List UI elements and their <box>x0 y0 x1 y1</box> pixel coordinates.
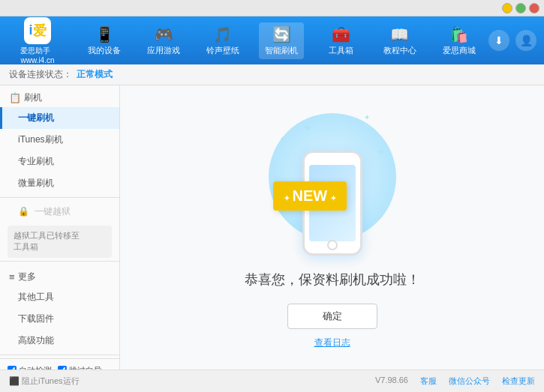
header: i爱 爱思助手 www.i4.cn 📱 我的设备 🎮 应用游戏 🎵 铃声壁纸 🔄… <box>0 16 544 64</box>
new-badge: NEW <box>273 181 347 211</box>
sidebar-divider-3 <box>0 355 119 355</box>
success-illustration: ✦ ✦ ✦ ✦ NEW <box>257 106 407 256</box>
checkbox-row: 自动检测 跳过向导 <box>8 365 112 370</box>
logo: i爱 爱思助手 www.i4.cn <box>8 17 68 64</box>
connection-status: 正常模式 <box>77 68 113 81</box>
skip-wizard-input[interactable] <box>58 366 67 370</box>
sidebar-item-pro-flash[interactable]: 专业刷机 <box>0 151 119 172</box>
nav-ringtone[interactable]: 🎵 铃声壁纸 <box>200 22 245 59</box>
flash-section-icon: 📋 <box>9 92 21 103</box>
success-message: 恭喜您，保资料刷机成功啦！ <box>245 271 420 289</box>
logo-icon: i爱 <box>24 17 51 44</box>
close-button[interactable] <box>529 3 539 13</box>
nav-tutorial[interactable]: 📖 教程中心 <box>377 22 422 59</box>
footer: ⬛ 阻止iTunes运行 V7.98.66 客服 微信公众号 检查更新 <box>0 370 544 392</box>
ringtone-icon: 🎵 <box>213 25 232 43</box>
auto-detect-checkbox[interactable]: 自动检测 <box>8 365 52 370</box>
phone-home-button <box>327 240 338 250</box>
jailbreak-note: 越狱工具已转移至工具箱 <box>8 226 112 258</box>
skip-wizard-checkbox[interactable]: 跳过向导 <box>58 365 102 370</box>
logo-text: 爱思助手 www.i4.cn <box>20 46 54 64</box>
device-icon: 📱 <box>95 25 114 43</box>
download-button[interactable]: ⬇ <box>488 30 509 51</box>
more-section-icon: ≡ <box>9 271 15 283</box>
check-update-link[interactable]: 检查更新 <box>502 376 535 387</box>
main-area: 📋 刷机 一键刷机 iTunes刷机 专业刷机 微量刷机 🔒 一键越狱 越狱工具… <box>0 85 544 370</box>
nav-toolbox[interactable]: 🧰 工具箱 <box>318 22 363 59</box>
toolbox-icon: 🧰 <box>332 25 350 43</box>
sidebar-more-title: ≡ 更多 <box>0 265 119 286</box>
nav-smart-flash[interactable]: 🔄 智能刷机 <box>259 22 304 59</box>
shop-icon: 🛍️ <box>449 25 468 43</box>
history-link[interactable]: 查看日志 <box>314 337 350 349</box>
confirm-button[interactable]: 确定 <box>287 304 377 329</box>
apps-icon: 🎮 <box>155 25 173 43</box>
user-button[interactable]: 👤 <box>515 30 536 51</box>
sparkle-2: ✦ <box>364 113 370 121</box>
content-area: ✦ ✦ ✦ ✦ NEW 恭喜您，保资料刷机成功啦！ 确定 查看日志 <box>120 85 544 370</box>
sidebar-item-jailbreak: 🔒 一键越狱 <box>0 201 119 223</box>
sidebar-divider-2 <box>0 261 119 262</box>
sparkle-1: ✦ <box>302 121 312 135</box>
download-icon: ⬇ <box>494 34 503 46</box>
stop-itunes-button[interactable]: ⬛ 阻止iTunes运行 <box>9 376 80 387</box>
nav-apps-games[interactable]: 🎮 应用游戏 <box>141 22 186 59</box>
sidebar-item-one-key-flash[interactable]: 一键刷机 <box>0 107 119 129</box>
status-bar: 设备连接状态： 正常模式 <box>0 64 544 85</box>
title-bar <box>0 0 544 16</box>
version-label: V7.98.66 <box>375 376 408 387</box>
nav-bar: 📱 我的设备 🎮 应用游戏 🎵 铃声壁纸 🔄 智能刷机 🧰 工具箱 📖 教程中心… <box>75 22 488 59</box>
sidebar-bottom: 自动检测 跳过向导 📱 iPhone 12 mini 64GB Down-12m… <box>0 358 119 370</box>
nav-right-buttons: ⬇ 👤 <box>488 30 536 51</box>
nav-shop[interactable]: 🛍️ 爱思商城 <box>437 22 482 59</box>
sidebar-item-download-firmware[interactable]: 下载固件 <box>0 308 119 330</box>
user-icon: 👤 <box>520 34 533 46</box>
sidebar-item-advanced[interactable]: 高级功能 <box>0 330 119 352</box>
minimize-button[interactable] <box>502 3 512 13</box>
sidebar-item-itunes-flash[interactable]: iTunes刷机 <box>0 129 119 151</box>
sparkle-3: ✦ <box>377 147 385 157</box>
maximize-button[interactable] <box>515 3 526 13</box>
stop-icon: ⬛ <box>9 376 20 386</box>
service-link[interactable]: 客服 <box>420 376 437 387</box>
sidebar-item-other-tools[interactable]: 其他工具 <box>0 286 119 308</box>
sidebar-flash-title: 📋 刷机 <box>0 85 119 107</box>
sparkle-4: ✦ <box>280 136 285 142</box>
nav-my-device[interactable]: 📱 我的设备 <box>82 22 127 59</box>
flash-icon: 🔄 <box>272 25 291 43</box>
wechat-link[interactable]: 微信公众号 <box>449 376 490 387</box>
footer-left: ⬛ 阻止iTunes运行 <box>9 376 80 387</box>
sidebar-divider-1 <box>0 197 119 198</box>
sidebar: 📋 刷机 一键刷机 iTunes刷机 专业刷机 微量刷机 🔒 一键越狱 越狱工具… <box>0 85 120 370</box>
auto-detect-input[interactable] <box>8 366 17 370</box>
footer-right: V7.98.66 客服 微信公众号 检查更新 <box>375 376 535 387</box>
sidebar-item-save-flash[interactable]: 微量刷机 <box>0 172 119 194</box>
tutorial-icon: 📖 <box>390 25 409 43</box>
